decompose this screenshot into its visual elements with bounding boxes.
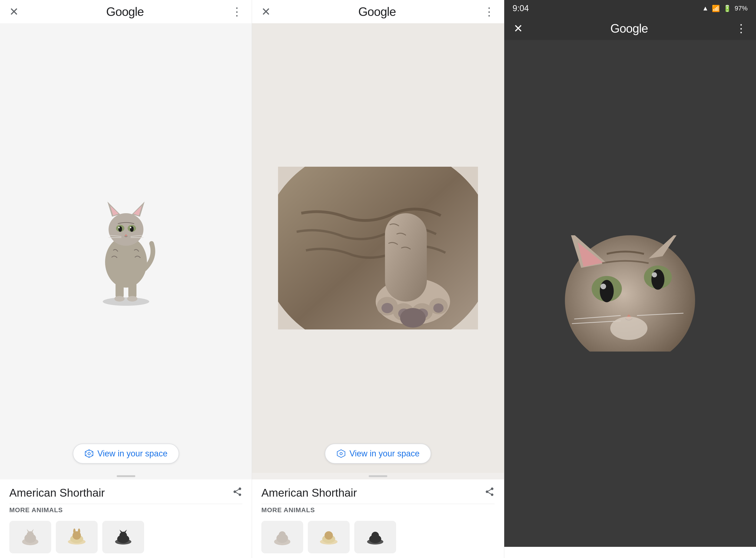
ar-icon-1 <box>84 449 94 458</box>
status-icons: ▲ 📶 🔋 97% <box>702 5 748 12</box>
svg-point-12 <box>130 227 131 228</box>
svg-point-20 <box>114 296 125 302</box>
svg-point-70 <box>652 272 657 277</box>
svg-point-11 <box>118 227 120 228</box>
svg-point-69 <box>651 269 664 290</box>
animal-thumb-3[interactable] <box>102 521 144 553</box>
more-animals-label-1: MORE ANIMALS <box>9 504 242 516</box>
more-animals-label-2: MORE ANIMALS <box>261 504 494 516</box>
animal-name-2: American Shorthair <box>261 486 357 499</box>
scroll-indicator-1 <box>117 475 135 477</box>
animal-thumbs-2 <box>261 516 494 558</box>
animal-name-row-1: American Shorthair <box>9 486 242 504</box>
status-time: 9:04 <box>513 3 529 13</box>
animal-thumb-2[interactable] <box>56 521 98 553</box>
view-space-button-1[interactable]: View in your space <box>73 443 179 464</box>
menu-icon-3[interactable]: ⋮ <box>735 22 747 35</box>
svg-marker-27 <box>31 529 34 532</box>
app-bar-2: ✕ Google ⋮ <box>252 0 504 23</box>
wifi-icon: ▲ <box>702 5 709 12</box>
svg-point-32 <box>78 529 80 534</box>
panel-3: 9:04 ▲ 📶 🔋 97% ✕ Google ⋮ <box>504 0 756 558</box>
svg-marker-36 <box>120 530 122 532</box>
bottom-section-2: American Shorthair MORE ANIMALS <box>252 479 504 558</box>
panel-1: ✕ Google ⋮ <box>0 0 252 558</box>
scroll-indicator-2 <box>369 475 387 477</box>
app-bar-3: ✕ Google ⋮ <box>504 17 756 40</box>
cat-zoomed-model <box>278 167 478 329</box>
svg-point-67 <box>600 284 606 289</box>
panel-2: ✕ Google ⋮ <box>252 0 504 558</box>
close-icon-3[interactable]: ✕ <box>514 22 523 35</box>
close-icon-1[interactable]: ✕ <box>9 5 19 18</box>
menu-icon-2[interactable]: ⋮ <box>484 5 495 18</box>
svg-point-60 <box>371 532 379 539</box>
animal-thumb-1[interactable] <box>9 521 51 553</box>
svg-point-51 <box>340 452 342 455</box>
svg-point-2 <box>109 213 144 246</box>
svg-point-22 <box>88 452 90 455</box>
animal-thumb-5[interactable] <box>308 521 350 553</box>
signal-icon: 📶 <box>712 5 720 12</box>
view-space-button-2[interactable]: View in your space <box>325 443 431 464</box>
app-bar-1: ✕ Google ⋮ <box>0 0 252 23</box>
svg-point-75 <box>610 317 647 340</box>
svg-point-49 <box>400 308 426 328</box>
cat-head-zoomed <box>560 235 700 352</box>
svg-point-25 <box>27 531 34 538</box>
close-icon-2[interactable]: ✕ <box>261 5 270 18</box>
battery-icon: 🔋 <box>723 5 731 12</box>
google-title-2: Google <box>358 5 396 19</box>
viewer-2: View in your space <box>252 23 504 473</box>
svg-point-31 <box>73 529 76 534</box>
share-button-1[interactable] <box>232 487 242 499</box>
svg-rect-50 <box>385 213 427 302</box>
svg-point-45 <box>382 303 393 313</box>
battery-percent: 97% <box>735 5 748 12</box>
google-title-3: Google <box>610 21 648 35</box>
view-space-label-1: View in your space <box>97 449 167 458</box>
status-bar: 9:04 ▲ 📶 🔋 97% <box>504 0 756 17</box>
menu-icon-1[interactable]: ⋮ <box>231 5 242 18</box>
svg-point-21 <box>127 296 137 302</box>
animal-thumb-4[interactable] <box>261 521 303 553</box>
viewer-1: View in your space <box>0 23 252 473</box>
google-title-1: Google <box>106 5 144 19</box>
svg-point-0 <box>103 297 149 306</box>
share-button-2[interactable] <box>485 487 495 499</box>
animal-thumbs-1 <box>9 516 242 558</box>
view-space-label-2: View in your space <box>349 449 420 458</box>
animal-thumb-6[interactable] <box>354 521 396 553</box>
svg-point-48 <box>433 303 444 313</box>
ar-icon-2 <box>336 449 346 458</box>
svg-point-57 <box>324 531 333 540</box>
bottom-section-1: American Shorthair MORE ANIMALS <box>0 479 252 558</box>
svg-point-35 <box>120 532 127 539</box>
svg-marker-37 <box>124 530 127 532</box>
svg-point-66 <box>600 280 614 302</box>
cat-3d-model-1 <box>77 187 175 308</box>
svg-marker-26 <box>27 529 29 532</box>
animal-name-row-2: American Shorthair <box>261 486 494 504</box>
animal-name-1: American Shorthair <box>9 486 105 499</box>
svg-point-54 <box>279 531 286 538</box>
cat-head-bg <box>504 40 756 547</box>
